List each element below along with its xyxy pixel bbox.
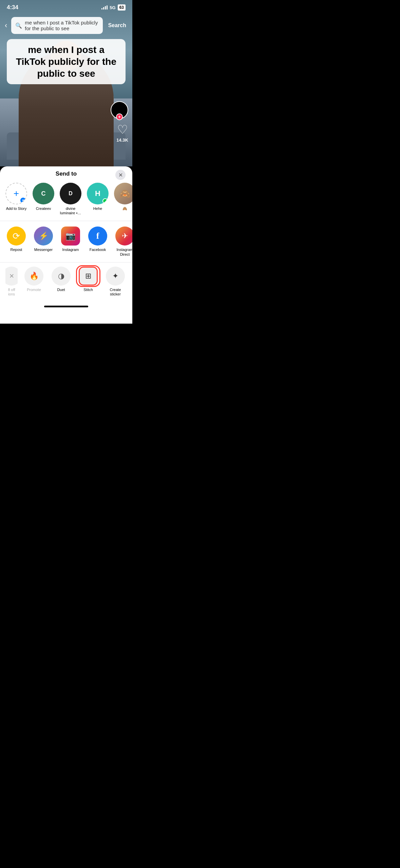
instagram-direct-icon: ✈: [115, 227, 132, 246]
action-item-duet[interactable]: ◑ Duet: [50, 267, 72, 296]
action-item-partial[interactable]: ✕ 8 off ions: [5, 267, 18, 296]
battery-level: 63: [119, 5, 124, 10]
sheet-title: Send to: [56, 170, 77, 177]
stitch-icon: ⊞: [85, 272, 91, 281]
divider-2: [0, 262, 132, 263]
repost-symbol: ⟳: [13, 231, 20, 241]
action-item-promote[interactable]: 🔥 Promote: [23, 267, 45, 296]
instagram-direct-symbol: ✈: [122, 232, 128, 240]
search-bar: ‹ 🔍 me when I post a TikTok publicly for…: [3, 17, 129, 34]
action-item-stitch[interactable]: ⊞ Stitch: [77, 267, 99, 296]
app-item-instagram-direct[interactable]: ✈ Instagram Direct: [114, 227, 132, 256]
status-bar: 4:34 5G 63: [0, 0, 132, 15]
repost-icon: ⟳: [7, 227, 26, 246]
hehe-online-badge: [102, 198, 108, 204]
heart-icon: ♡: [117, 123, 128, 137]
follow-plus-icon[interactable]: +: [116, 113, 123, 120]
search-button[interactable]: Search: [106, 21, 129, 30]
action-name-promote: Promote: [27, 288, 41, 292]
duet-icon-circle: ◑: [52, 267, 71, 286]
search-input-wrapper[interactable]: 🔍 me when I post a TikTok publicly for t…: [11, 17, 102, 34]
contact-name-add-story: Add to Story: [6, 206, 27, 211]
app-name-instagram: Instagram: [62, 248, 79, 252]
divine-initial: D: [69, 191, 73, 197]
promote-icon: 🔥: [30, 272, 39, 281]
contact-item-divine[interactable]: D divine luminaire •…: [60, 183, 81, 215]
search-icon: 🔍: [15, 22, 22, 29]
contact-name-monkey: 🙈: [122, 206, 127, 211]
contact-name-createev: Createev: [36, 206, 51, 211]
divine-avatar[interactable]: D: [60, 183, 81, 204]
sheet-header: Send to ✕: [0, 166, 132, 180]
bottom-sheet: Send to ✕ + + Add to Story C Createev D: [0, 166, 132, 324]
monkey-avatar[interactable]: 🙈: [114, 183, 132, 204]
contact-item-createev[interactable]: C Createev: [33, 183, 54, 215]
caption-text: me when I post aTikTok publicly for thep…: [13, 44, 119, 79]
contact-item-add-story[interactable]: + + Add to Story: [5, 183, 27, 215]
app-item-instagram[interactable]: 📷 Instagram: [60, 227, 81, 256]
divider-1: [0, 221, 132, 221]
actions-row: ✕ 8 off ions 🔥 Promote ◑ Duet ⊞ Stitch: [0, 264, 132, 301]
close-icon: ✕: [118, 172, 123, 178]
video-area: 4:34 5G 63 ‹ 🔍 me when I post a TikTok p…: [0, 0, 132, 166]
app-name-instagram-direct: Instagram Direct: [114, 248, 132, 256]
add-story-badge: +: [20, 197, 26, 204]
apps-row: ⟳ Repost ⚡ Messenger 📷 Instagram f Faceb…: [0, 222, 132, 260]
action-item-create-sticker[interactable]: ✦ Create sticker: [104, 267, 126, 296]
app-name-messenger: Messenger: [34, 248, 53, 252]
add-story-plus-icon: +: [14, 188, 19, 199]
instagram-symbol: 📷: [65, 231, 76, 241]
app-item-repost[interactable]: ⟳ Repost: [5, 227, 27, 256]
network-label: 5G: [110, 5, 115, 10]
like-count: 14.3K: [116, 138, 128, 143]
createev-avatar[interactable]: C: [33, 183, 54, 204]
partial-icon-circle: ✕: [5, 267, 18, 286]
createev-initial: C: [41, 190, 46, 197]
caption-bubble: me when I post aTikTok publicly for thep…: [7, 39, 126, 84]
search-input[interactable]: me when I post a TikTok publicly for the…: [25, 20, 98, 31]
battery-indicator: 63: [118, 4, 126, 11]
back-button[interactable]: ‹: [3, 20, 8, 31]
create-sticker-icon-circle: ✦: [106, 267, 125, 286]
home-bar: [44, 306, 88, 307]
home-indicator: [0, 301, 132, 312]
contact-item-hehe[interactable]: H Hehe: [87, 183, 109, 215]
creator-avatar[interactable]: ♪ +: [111, 101, 128, 119]
signal-bars: [101, 5, 108, 10]
status-icons: 5G 63: [101, 4, 126, 11]
stitch-icon-circle: ⊞: [79, 267, 98, 286]
app-item-facebook[interactable]: f Facebook: [87, 227, 109, 256]
instagram-icon: 📷: [61, 227, 80, 246]
contacts-row: + + Add to Story C Createev D divine lum…: [0, 180, 132, 219]
add-story-avatar[interactable]: + +: [5, 183, 27, 204]
action-name-playback-speed: Playback speed: [132, 288, 132, 296]
duet-icon: ◑: [58, 272, 64, 281]
contact-name-divine: divine luminaire •…: [60, 206, 81, 215]
hehe-initial: H: [95, 189, 100, 198]
close-button[interactable]: ✕: [115, 170, 126, 180]
app-item-messenger[interactable]: ⚡ Messenger: [33, 227, 54, 256]
action-name-duet: Duet: [57, 288, 65, 292]
contact-name-hehe: Hehe: [93, 206, 102, 211]
create-sticker-icon: ✦: [112, 272, 118, 281]
app-name-repost: Repost: [11, 248, 22, 252]
action-name-stitch: Stitch: [83, 288, 93, 292]
promote-icon-circle: 🔥: [24, 267, 43, 286]
facebook-icon: f: [88, 227, 107, 246]
monkey-emoji: 🙈: [119, 188, 130, 199]
like-button[interactable]: ♡ 14.3K: [116, 123, 128, 143]
messenger-icon: ⚡: [34, 227, 53, 246]
contact-item-monkey[interactable]: 🙈 🙈: [114, 183, 132, 215]
partial-x-icon: ✕: [9, 272, 14, 280]
app-name-facebook: Facebook: [90, 248, 106, 252]
action-name-create-sticker: Create sticker: [104, 288, 126, 296]
action-name-partial: 8 off ions: [5, 288, 18, 296]
action-item-playback-speed[interactable]: ◎ Playback speed: [132, 267, 132, 296]
status-time: 4:34: [7, 4, 18, 11]
facebook-symbol: f: [96, 231, 99, 241]
messenger-symbol: ⚡: [39, 232, 48, 240]
hehe-avatar[interactable]: H: [87, 183, 109, 204]
